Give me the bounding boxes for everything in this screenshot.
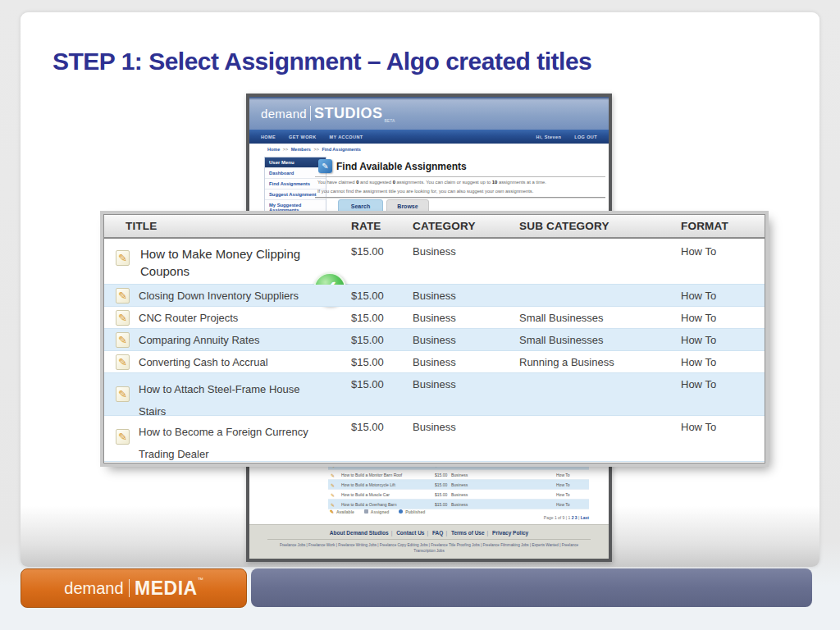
tab-search[interactable]: Search	[338, 199, 383, 212]
breadcrumb-find-assignments[interactable]: Find Assignments	[322, 147, 360, 152]
slide-title: STEP 1: Select Assignment – Algo created…	[52, 48, 591, 75]
table-row[interactable]: ✎ Closing Down Inventory Suppliers $15.0…	[104, 285, 765, 307]
breadcrumb-separator: >>	[283, 147, 288, 152]
user-menu: User Menu Dashboard Find Assignments Sug…	[264, 157, 326, 216]
pencil-icon: ✎	[331, 492, 335, 498]
table-row[interactable]: ✎ How to Attach Steel-Frame House Stairs…	[104, 373, 765, 416]
legend-available: Available	[336, 509, 354, 514]
header-format: FORMAT	[681, 215, 728, 237]
table-row[interactable]: ✎ CNC Router Projects $15.00 Business Sm…	[104, 307, 765, 329]
page-current: 1	[568, 515, 571, 520]
table-header-row: TITLE RATE CATEGORY SUB CATEGORY FORMAT	[104, 215, 765, 239]
assignments-table: ✎ How to Build a Monitor Barn $15.00 Bus…	[328, 459, 589, 509]
nav-log-out[interactable]: LOG OUT	[574, 135, 597, 139]
page-2-link[interactable]: 2	[572, 515, 574, 520]
nav-my-account[interactable]: MY ACCOUNT	[330, 135, 363, 139]
legend-assigned: Assigned	[371, 509, 390, 514]
header-category: CATEGORY	[413, 215, 476, 237]
footer-link-faq[interactable]: FAQ	[432, 530, 443, 536]
slide-background: STEP 1: Select Assignment – Algo created…	[0, 0, 840, 630]
pencil-icon: ✎	[331, 472, 335, 478]
footer-link-contact[interactable]: Contact Us	[396, 530, 424, 536]
user-greeting: Hi, Steven	[536, 135, 562, 139]
available-icon: ✎	[330, 509, 334, 514]
status-legend: ✎Available Assigned Published	[330, 509, 425, 514]
site-nav: HOME GET WORK MY ACCOUNT Hi, Steven LOG …	[249, 130, 609, 144]
pencil-icon: ✎	[116, 310, 130, 326]
breadcrumb: Home >> Members >> Find Assignments	[267, 147, 361, 152]
table-row[interactable]: ✎ How to Build a Muscle Car $15.00 Busin…	[328, 490, 589, 500]
demand-media-logo: demand MEDIA ™	[21, 568, 247, 608]
user-menu-header: User Menu	[265, 158, 326, 167]
logo-divider	[129, 579, 130, 597]
pencil-icon: ✎	[116, 250, 130, 266]
page-3-link[interactable]: 3	[575, 515, 578, 520]
footer-seo-links[interactable]: Freelance Jobs | Freelance Work | Freela…	[271, 542, 587, 555]
table-row[interactable]: ✎ How to Become a Foreign Currency Tradi…	[104, 416, 765, 462]
site-footer: About Demand Studios| Contact Us| FAQ| T…	[249, 524, 609, 559]
footer-link-terms[interactable]: Terms of Use	[451, 530, 485, 536]
table-row[interactable]: ✎ Converting Cash to Accrual $15.00 Busi…	[104, 351, 765, 373]
suggest-hint-text: If you cannot find the assignment title …	[317, 189, 533, 194]
nav-get-work[interactable]: GET WORK	[289, 135, 316, 139]
breadcrumb-separator: >>	[313, 147, 318, 152]
beta-label: BETA	[385, 118, 395, 123]
pencil-icon: ✎	[116, 354, 130, 370]
table-row[interactable]: ✎ How to Build a Monitor Barn Roof $15.0…	[328, 470, 589, 480]
header-sub-category: SUB CATEGORY	[519, 215, 609, 237]
divider	[315, 176, 605, 177]
pencil-icon: ✎	[116, 429, 130, 445]
site-header: demand STUDIOS BETA	[249, 97, 609, 130]
page-count-label: Page 1 of 9	[544, 515, 565, 520]
assigned-icon	[364, 509, 368, 514]
assignments-icon: ✎	[318, 159, 332, 173]
legend-published: Published	[405, 509, 425, 514]
pencil-icon: ✎	[331, 463, 335, 468]
published-icon	[399, 509, 403, 514]
sidebar-item-find-assignments[interactable]: Find Assignments	[265, 178, 326, 189]
divider	[267, 539, 591, 540]
nav-home[interactable]: HOME	[261, 135, 276, 139]
demand-studios-logo: demand	[261, 107, 307, 121]
pencil-icon: ✎	[331, 482, 335, 488]
pencil-icon: ✎	[331, 502, 335, 508]
sidebar-item-my-suggested-assignments[interactable]: My Suggested Assignments	[265, 199, 326, 215]
pencil-icon: ✎	[116, 386, 130, 402]
pagination: Page 1 of 9 | 1 2 3 | Last	[544, 515, 589, 520]
breadcrumb-members[interactable]: Members	[291, 147, 311, 152]
pencil-icon: ✎	[116, 332, 130, 348]
breadcrumb-home[interactable]: Home	[267, 147, 280, 152]
footer-link-privacy[interactable]: Privacy Policy	[492, 530, 528, 536]
footer-link-about[interactable]: About Demand Studios	[330, 530, 389, 536]
table-row[interactable]: ✎ Comparing Annuity Rates $15.00 Busines…	[104, 329, 765, 351]
assignments-table-zoom: TITLE RATE CATEGORY SUB CATEGORY FORMAT …	[103, 214, 765, 463]
footer-accent-bar	[251, 568, 812, 607]
table-row[interactable]: ✎ How to Make Money Clipping Coupons $15…	[104, 239, 765, 285]
header-rate: RATE	[351, 215, 381, 237]
header-title: TITLE	[126, 215, 158, 237]
studios-logo-text: STUDIOS	[314, 105, 383, 122]
pencil-icon: ✎	[116, 288, 130, 304]
page-title: Find Available Assignments	[336, 161, 467, 172]
logo-divider	[310, 106, 311, 121]
page-last-link[interactable]: Last	[581, 515, 589, 520]
table-row[interactable]: ✎ How to Build a Motorcycle Lift $15.00 …	[328, 480, 589, 490]
claim-status-text: You have claimed 0 and suggested 0 assig…	[317, 180, 546, 185]
divider	[315, 197, 605, 199]
tab-browse[interactable]: Browse	[386, 199, 429, 212]
trademark-symbol: ™	[198, 577, 203, 582]
